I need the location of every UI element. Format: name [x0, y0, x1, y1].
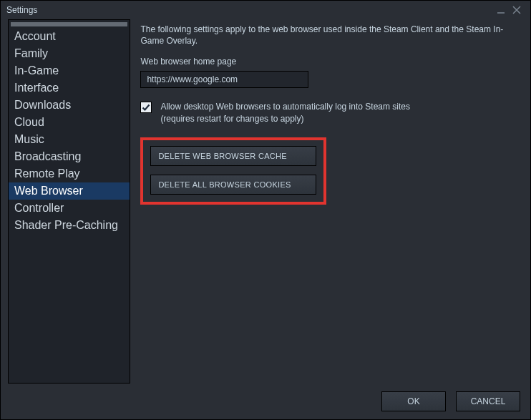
sidebar-item-label: Remote Play — [14, 167, 80, 180]
settings-sidebar: Account Family In-Game Interface Downloa… — [8, 19, 130, 384]
sidebar-item-broadcasting[interactable]: Broadcasting — [9, 148, 130, 165]
sidebar-item-label: Account — [14, 30, 56, 42]
auto-login-line2: (requires restart for changes to apply) — [160, 113, 410, 124]
sidebar-item-label: Controller — [14, 202, 64, 214]
main-area: Account Family In-Game Interface Downloa… — [1, 19, 530, 384]
auto-login-text: Allow desktop Web browsers to automatica… — [160, 101, 410, 124]
sidebar-item-controller[interactable]: Controller — [9, 200, 130, 217]
sidebar-item-label: Downloads — [14, 99, 71, 111]
settings-window: Settings Account Family In-Game Interfac… — [0, 0, 531, 420]
close-button[interactable] — [509, 2, 525, 18]
delete-cookies-button[interactable]: DELETE ALL BROWSER COOKIES — [150, 175, 316, 195]
sidebar-item-web-browser[interactable]: Web Browser — [9, 182, 130, 200]
delete-cache-button[interactable]: DELETE WEB BROWSER CACHE — [150, 146, 316, 166]
check-icon — [142, 103, 150, 112]
sidebar-item-downloads[interactable]: Downloads — [9, 97, 130, 114]
sidebar-item-label: In-Game — [14, 64, 59, 77]
sidebar-item-label: Music — [14, 133, 44, 145]
dialog-footer: OK CANCEL — [1, 384, 530, 419]
sidebar-item-account[interactable]: Account — [9, 28, 130, 45]
auto-login-line1: Allow desktop Web browsers to automatica… — [160, 101, 410, 112]
sidebar-item-label: Cloud — [14, 116, 44, 128]
sidebar-item-family[interactable]: Family — [9, 45, 130, 62]
panel-description: The following settings apply to the web … — [140, 24, 519, 47]
sidebar-item-label: Web Browser — [14, 185, 83, 197]
content-panel: The following settings apply to the web … — [130, 19, 523, 384]
sidebar-items: Account Family In-Game Interface Downloa… — [9, 26, 130, 234]
sidebar-item-label: Broadcasting — [14, 150, 81, 162]
sidebar-item-label: Interface — [14, 82, 59, 94]
sidebar-item-music[interactable]: Music — [9, 131, 130, 148]
sidebar-item-shader-pre-caching[interactable]: Shader Pre-Caching — [9, 217, 130, 234]
button-label: CANCEL — [471, 396, 506, 406]
auto-login-checkbox[interactable] — [140, 102, 152, 113]
titlebar: Settings — [1, 1, 530, 19]
cancel-button[interactable]: CANCEL — [456, 391, 520, 411]
auto-login-row: Allow desktop Web browsers to automatica… — [140, 101, 519, 124]
highlight-box: DELETE WEB BROWSER CACHE DELETE ALL BROW… — [140, 137, 326, 205]
button-label: DELETE WEB BROWSER CACHE — [158, 152, 287, 160]
home-page-input[interactable] — [140, 71, 308, 88]
sidebar-item-label: Shader Pre-Caching — [14, 219, 118, 231]
home-page-label: Web browser home page — [140, 57, 519, 67]
sidebar-item-remote-play[interactable]: Remote Play — [9, 165, 130, 182]
button-label: DELETE ALL BROWSER COOKIES — [158, 180, 291, 189]
sidebar-item-cloud[interactable]: Cloud — [9, 114, 130, 131]
sidebar-item-interface[interactable]: Interface — [9, 79, 130, 97]
button-label: OK — [407, 396, 419, 406]
sidebar-item-label: Family — [14, 47, 48, 59]
sidebar-item-in-game[interactable]: In-Game — [9, 62, 130, 79]
minimize-button[interactable] — [493, 2, 509, 18]
window-title: Settings — [6, 5, 37, 15]
ok-button[interactable]: OK — [381, 391, 446, 411]
